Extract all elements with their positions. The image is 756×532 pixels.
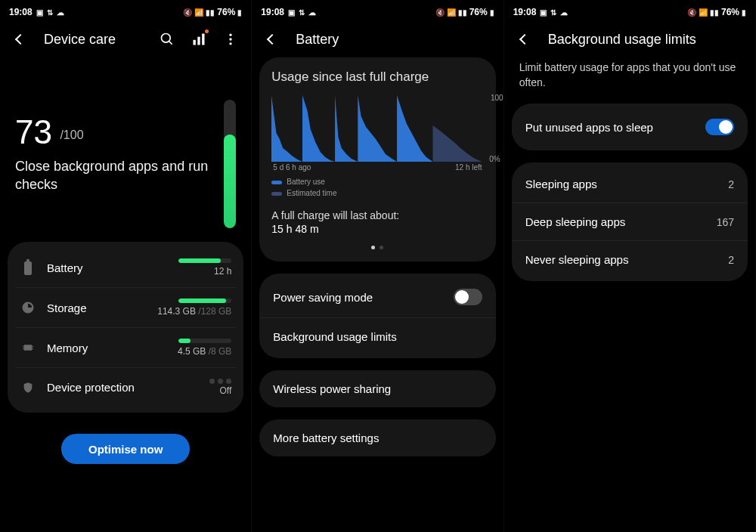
svg-rect-10 xyxy=(24,345,33,351)
storage-value: 114.3 GB xyxy=(157,306,198,317)
y-min-label: 0% xyxy=(489,155,500,163)
back-button[interactable] xyxy=(516,31,533,48)
chart-button[interactable] xyxy=(191,31,207,48)
shield-icon xyxy=(20,381,36,394)
app-bar: Battery xyxy=(252,21,503,57)
bg-limits-row[interactable]: Background usage limits xyxy=(259,318,495,355)
x-right-label: 12 h left xyxy=(455,163,482,172)
status-bar: 19:08▣⇅☁ 🔇📶▮▮76%▮ xyxy=(252,0,503,21)
never-sleeping-row[interactable]: Never sleeping apps 2 xyxy=(512,241,748,278)
storage-icon xyxy=(20,301,36,314)
status-battery: 76% xyxy=(469,7,488,17)
svg-point-7 xyxy=(230,42,232,45)
power-saving-row[interactable]: Power saving mode xyxy=(259,277,495,318)
memory-bar xyxy=(178,339,231,343)
svg-point-6 xyxy=(230,38,232,40)
status-battery: 76% xyxy=(217,7,235,17)
sleeping-apps-row[interactable]: Sleeping apps 2 xyxy=(512,165,748,203)
x-left-label: 5 d 6 h ago xyxy=(273,163,311,172)
bg-limits-screen: 19:08▣⇅☁ 🔇📶▮▮76%▮ Background usage limit… xyxy=(504,0,756,532)
chart-legend: Battery use Estimated time xyxy=(271,178,483,197)
wireless-power-label: Wireless power sharing xyxy=(273,382,391,395)
pager-dots[interactable] xyxy=(271,246,483,249)
deep-sleeping-row[interactable]: Deep sleeping apps 167 xyxy=(512,203,748,241)
notification-dot xyxy=(205,29,209,33)
status-battery: 76% xyxy=(721,7,739,17)
status-left: 19:08 ▣ ⇅ ☁ xyxy=(9,7,64,17)
score-bar xyxy=(224,100,236,228)
chevron-left-icon xyxy=(15,34,26,45)
battery-label: Battery xyxy=(47,261,153,274)
battery-value: 12 h xyxy=(163,266,231,277)
weather-icon: ☁ xyxy=(560,8,568,17)
more-vert-icon xyxy=(223,32,238,47)
put-sleep-toggle[interactable] xyxy=(705,119,734,135)
picture-icon: ▣ xyxy=(288,8,295,17)
usage-chart-card: Usage since last full charge 100 0% 5 d … xyxy=(259,57,495,261)
picture-icon: ▣ xyxy=(36,8,43,17)
battery-settings-group: Power saving mode Background usage limit… xyxy=(259,274,495,358)
sync-icon: ⇅ xyxy=(47,8,53,17)
score-max: /100 xyxy=(60,128,83,141)
memory-row[interactable]: Memory 4.5 GB /8 GB xyxy=(15,328,236,368)
sync-icon: ⇅ xyxy=(299,8,305,17)
estimate-value: 15 h 48 m xyxy=(271,223,483,235)
device-care-screen: 19:08 ▣ ⇅ ☁ 🔇 📶 ▮▮ 76% ▮ Device care xyxy=(0,0,252,532)
protection-row[interactable]: Device protection Off xyxy=(15,368,236,407)
legend-est: Estimated time xyxy=(287,189,336,197)
battery-bar xyxy=(178,258,231,263)
score-value: 73 xyxy=(15,113,52,151)
y-max-label: 100 xyxy=(491,94,503,102)
wireless-power-row[interactable]: Wireless power sharing xyxy=(259,370,495,407)
optimize-button[interactable]: Optimise now xyxy=(61,434,190,464)
power-saving-label: Power saving mode xyxy=(273,291,453,304)
optimize-label: Optimise now xyxy=(88,443,163,456)
signal-icon: ▮▮ xyxy=(206,8,215,17)
chevron-left-icon xyxy=(519,34,530,45)
back-button[interactable] xyxy=(264,31,280,48)
app-bar: Device care xyxy=(0,21,251,57)
battery-icon: ▮ xyxy=(742,8,746,17)
back-button[interactable] xyxy=(12,31,29,48)
page-title: Device care xyxy=(44,32,144,48)
page-title: Battery xyxy=(296,32,491,48)
wifi-icon: 📶 xyxy=(447,8,456,17)
search-button[interactable] xyxy=(159,31,175,48)
estimate-label: A full charge will last about: xyxy=(271,209,483,221)
sleeping-apps-count: 2 xyxy=(728,178,734,190)
search-icon xyxy=(160,32,175,47)
status-time: 19:08 xyxy=(9,7,33,17)
stats-card-group: Battery 12 h Storage 114.3 GB /128 GB Me… xyxy=(8,242,243,413)
wifi-icon: 📶 xyxy=(699,8,708,17)
protection-value: Off xyxy=(163,385,231,396)
apps-group: Sleeping apps 2 Deep sleeping apps 167 N… xyxy=(512,162,748,281)
app-bar: Background usage limits xyxy=(504,21,755,57)
more-button[interactable] xyxy=(222,31,239,48)
put-sleep-group: Put unused apps to sleep xyxy=(512,104,748,150)
signal-icon: ▮▮ xyxy=(458,8,467,17)
svg-point-5 xyxy=(230,34,232,36)
sync-icon: ⇅ xyxy=(550,8,556,17)
power-saving-toggle[interactable] xyxy=(454,289,482,305)
svg-point-0 xyxy=(162,34,171,43)
svg-rect-14 xyxy=(32,348,33,350)
score-section: 73 /100 Close background apps and run ch… xyxy=(0,57,251,228)
status-time: 19:08 xyxy=(513,7,537,17)
svg-rect-2 xyxy=(194,40,196,45)
svg-rect-11 xyxy=(23,346,24,348)
weather-icon: ☁ xyxy=(308,8,316,17)
storage-row[interactable]: Storage 114.3 GB /128 GB xyxy=(15,288,236,328)
chart-area[interactable]: 100 0% xyxy=(271,95,483,162)
bg-limits-label: Background usage limits xyxy=(273,330,482,343)
battery-row[interactable]: Battery 12 h xyxy=(15,248,236,288)
more-battery-row[interactable]: More battery settings xyxy=(259,419,495,456)
put-sleep-row[interactable]: Put unused apps to sleep xyxy=(512,107,748,147)
svg-rect-8 xyxy=(24,261,32,275)
bar-chart-icon xyxy=(191,32,206,47)
memory-label: Memory xyxy=(47,342,153,354)
put-sleep-label: Put unused apps to sleep xyxy=(525,121,705,134)
legend-use: Battery use xyxy=(287,178,325,186)
svg-rect-3 xyxy=(198,37,200,45)
battery-screen: 19:08▣⇅☁ 🔇📶▮▮76%▮ Battery Usage since la… xyxy=(252,0,503,532)
protection-label: Device protection xyxy=(47,381,153,394)
